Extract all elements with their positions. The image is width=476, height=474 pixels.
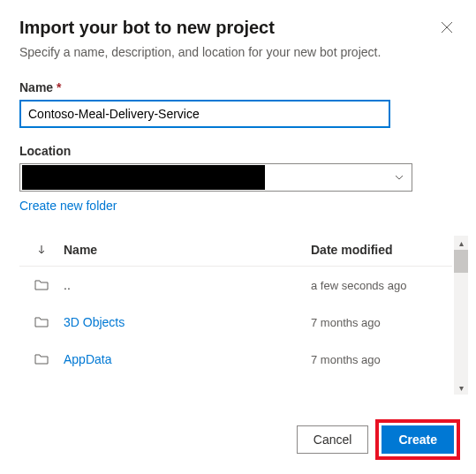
row-name: 3D Objects [64,315,125,329]
create-button-highlight: Create [375,419,460,460]
row-date: a few seconds ago [311,279,452,292]
location-label: Location [19,144,457,158]
location-field-group: Location Create new folder [19,144,457,213]
row-name: AppData [64,352,111,366]
scrollbar[interactable]: ▴ ▾ [454,236,468,395]
create-button[interactable]: Create [382,425,454,454]
col-header-name[interactable]: Name [64,243,311,257]
folder-icon [34,353,49,365]
name-field-group: Name * [19,80,457,128]
chevron-down-icon [394,172,404,183]
folder-list: Name Date modified .. a few seconds ago … [19,236,452,378]
col-header-date[interactable]: Date modified [311,243,452,257]
dialog-subtitle: Specify a name, description, and locatio… [19,45,457,59]
scrollbar-thumb[interactable] [454,250,468,273]
dialog-title: Import your bot to new project [19,18,275,38]
row-name: .. [64,278,71,292]
required-asterisk: * [57,80,61,94]
list-header: Name Date modified [19,236,452,267]
scroll-up-icon[interactable]: ▴ [454,236,468,250]
list-row[interactable]: AppData 7 months ago [19,341,452,378]
close-button[interactable] [437,18,457,37]
dialog-footer: Cancel Create [297,419,460,460]
location-value-redacted [22,165,265,190]
sort-column[interactable] [19,245,64,255]
create-new-folder-link[interactable]: Create new folder [19,199,117,213]
scroll-down-icon[interactable]: ▾ [454,380,468,395]
cancel-button[interactable]: Cancel [297,425,369,454]
name-input[interactable] [19,100,390,128]
close-icon [441,21,453,34]
list-row[interactable]: .. a few seconds ago [19,267,452,304]
arrow-down-icon [37,245,46,255]
row-date: 7 months ago [311,353,452,366]
name-label: Name * [19,80,457,94]
folder-icon [34,316,49,328]
list-row[interactable]: 3D Objects 7 months ago [19,304,452,341]
folder-icon [34,279,49,291]
name-label-text: Name [19,80,53,94]
import-bot-dialog: Import your bot to new project Specify a… [0,0,476,395]
location-dropdown[interactable] [19,163,412,192]
row-date: 7 months ago [311,316,452,329]
